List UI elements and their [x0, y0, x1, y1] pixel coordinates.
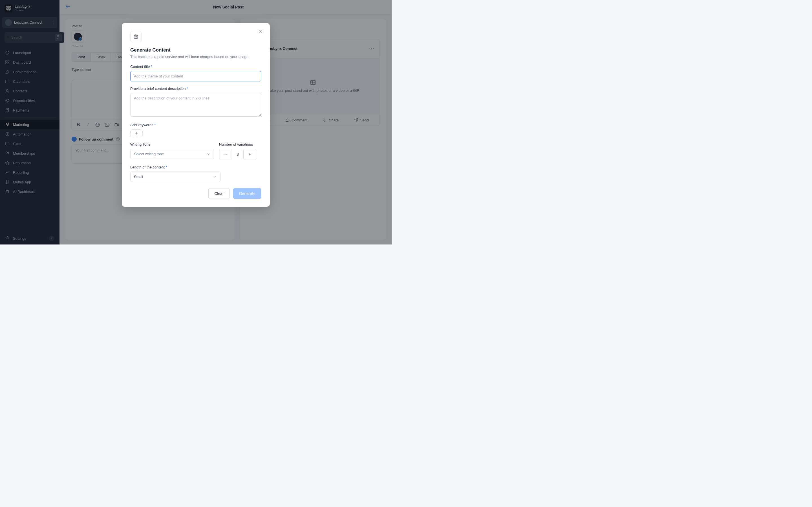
plus-icon	[135, 131, 139, 135]
robot-icon	[133, 34, 139, 40]
writing-tone-label: Writing Tone	[130, 142, 214, 147]
variations-decrement[interactable]: −	[219, 149, 232, 160]
content-description-input[interactable]	[130, 93, 261, 117]
chevron-down-icon	[213, 175, 217, 179]
generate-content-modal: Generate Content This feature is a paid …	[122, 23, 270, 207]
add-keyword-button[interactable]	[130, 129, 143, 137]
clear-button[interactable]: Clear	[208, 188, 230, 199]
writing-tone-select[interactable]: Select writing tone	[130, 149, 214, 159]
svg-point-43	[137, 37, 137, 37]
keywords-label: Add keywords *	[130, 123, 261, 127]
content-title-label: Content title *	[130, 64, 261, 69]
variations-value: 3	[235, 152, 241, 157]
content-length-label: Length of the content *	[130, 165, 261, 169]
svg-point-45	[136, 34, 136, 35]
variations-stepper: − 3 +	[219, 149, 261, 160]
modal-footer: Clear Generate	[130, 188, 261, 199]
content-title-input[interactable]	[130, 71, 261, 81]
content-description-label: Provide a brief content description *	[130, 87, 261, 91]
modal-subtitle: This feature is a paid service and will …	[130, 55, 261, 59]
variations-increment[interactable]: +	[243, 149, 256, 160]
modal-title: Generate Content	[130, 47, 261, 53]
close-icon	[258, 29, 263, 34]
content-length-select[interactable]: Small	[130, 172, 220, 182]
svg-point-42	[135, 37, 135, 37]
chevron-down-icon	[206, 152, 210, 156]
variations-label: Number of variations	[219, 142, 261, 147]
modal-icon	[130, 31, 142, 42]
generate-button[interactable]: Generate	[233, 188, 261, 199]
modal-close-button[interactable]	[258, 29, 264, 35]
